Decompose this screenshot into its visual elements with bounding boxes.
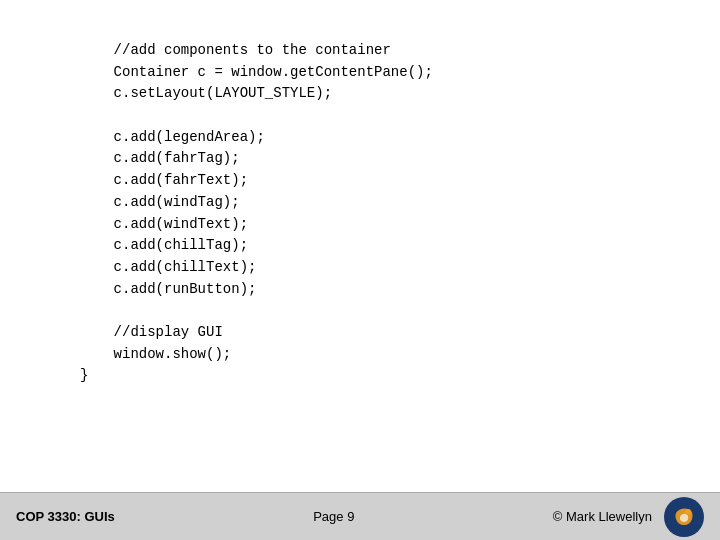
footer-course: COP 3330: GUIs — [16, 509, 115, 524]
code-block: //add components to the container Contai… — [80, 40, 433, 387]
svg-point-1 — [685, 509, 691, 515]
footer-logo — [664, 497, 704, 537]
footer-author: © Mark Llewellyn — [553, 509, 652, 524]
footer: COP 3330: GUIs Page 9 © Mark Llewellyn — [0, 492, 720, 540]
main-content: //add components to the container Contai… — [0, 0, 720, 490]
footer-page: Page 9 — [313, 509, 354, 524]
footer-right-group: © Mark Llewellyn — [553, 497, 704, 537]
